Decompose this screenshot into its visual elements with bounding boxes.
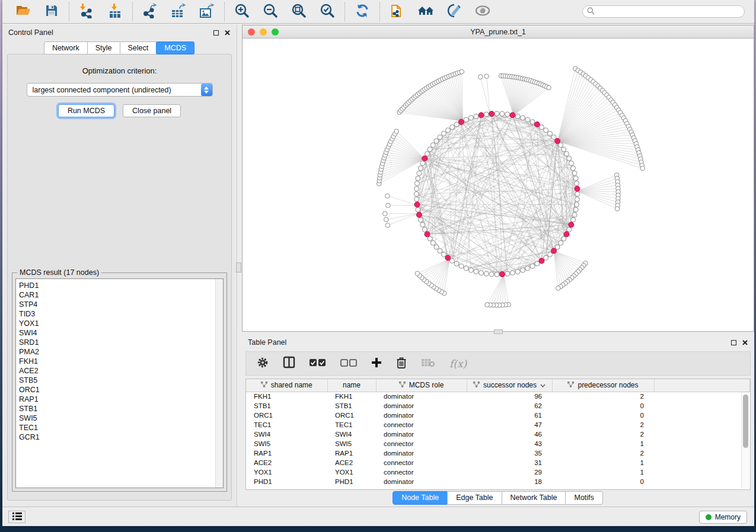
import-table-button[interactable] [106,3,124,21]
table-row[interactable]: ORC1ORC1dominator610 [246,411,750,420]
ring-node[interactable] [567,156,572,161]
open-session-button[interactable] [14,3,32,21]
mcds-node[interactable] [564,232,569,237]
table-cell[interactable]: dominator [376,401,467,411]
mcds-result-item[interactable]: ACE2 [19,366,223,376]
table-cell[interactable]: connector [376,458,467,467]
table-row[interactable]: YOX1YOX1connector291 [246,467,750,477]
table-cell[interactable]: SWI5 [327,439,376,448]
mcds-node[interactable] [539,258,544,264]
leaf-node[interactable] [386,203,391,208]
ring-node[interactable] [544,128,548,133]
ring-node[interactable] [573,176,578,181]
export-image-button[interactable] [198,3,216,21]
ring-node[interactable] [464,266,468,271]
mcds-result-item[interactable]: FKH1 [19,357,223,366]
table-cell[interactable]: 0 [552,477,654,486]
mcds-node[interactable] [416,212,422,217]
ring-node[interactable] [515,270,520,274]
zoom-fit-button[interactable] [290,3,308,21]
leaf-node[interactable] [382,211,387,216]
table-cell[interactable]: ORC1 [327,411,376,420]
ring-node[interactable] [505,271,510,276]
table-cell[interactable]: connector [376,467,467,477]
ring-node[interactable] [530,264,535,268]
mcds-node[interactable] [534,121,540,127]
table-cell[interactable]: 18 [467,477,552,486]
table-cell[interactable]: 47 [467,420,552,430]
table-cell[interactable]: TEC1 [327,420,376,430]
cytoscape-home-button[interactable] [417,3,435,21]
mcds-node[interactable] [575,186,580,191]
table-cell[interactable]: 46 [467,430,552,439]
ring-node[interactable] [418,166,423,171]
ring-node[interactable] [530,120,535,124]
refresh-button[interactable] [353,3,371,21]
ring-node[interactable] [438,134,442,139]
ring-node[interactable] [575,202,579,207]
table-row[interactable]: STB1STB1dominator620 [246,401,750,411]
ring-node[interactable] [539,125,544,130]
zoom-in-button[interactable] [233,3,251,21]
table-cell[interactable]: SWI4 [246,430,327,439]
table-cell[interactable]: 0 [552,411,654,420]
ring-node[interactable] [572,171,577,175]
ring-node[interactable] [428,236,432,241]
ring-node[interactable] [414,181,419,186]
table-cell[interactable]: dominator [376,477,467,486]
close-window-icon[interactable] [248,28,255,36]
table-cell[interactable]: connector [376,420,467,430]
ring-node[interactable] [571,217,576,222]
export-table-button[interactable] [170,3,187,21]
mcds-result-item[interactable]: TID3 [19,309,223,319]
ring-node[interactable] [535,261,540,266]
ring-node[interactable] [428,147,432,152]
ring-node[interactable] [573,207,578,212]
ring-node[interactable] [562,147,566,152]
table-cell[interactable]: 35 [467,448,552,458]
mcds-result-item[interactable]: SWI5 [19,414,223,423]
ring-node[interactable] [548,131,553,136]
zoom-out-button[interactable] [261,3,279,21]
create-column-button[interactable] [371,357,382,370]
ring-node[interactable] [425,152,429,156]
leaf-node[interactable] [385,223,390,227]
save-session-button[interactable] [43,3,60,21]
close-table-panel-icon[interactable]: ✕ [742,340,748,345]
table-cell[interactable]: 1 [552,458,654,467]
ring-node[interactable] [417,171,422,175]
table-cell[interactable]: STB1 [246,401,327,411]
table-cell[interactable]: connector [376,439,467,448]
ring-node[interactable] [575,197,579,201]
table-row[interactable]: SWI4SWI4dominator462 [246,430,750,439]
ring-node[interactable] [495,111,499,116]
ring-node[interactable] [445,128,450,133]
ring-node[interactable] [414,197,419,201]
ring-node[interactable] [414,187,419,191]
mcds-result-item[interactable]: PHD1 [19,281,223,290]
tab-motifs[interactable]: Motifs [565,491,602,505]
ring-node[interactable] [515,114,520,118]
ring-node[interactable] [430,143,435,148]
table-cell[interactable]: 2 [552,430,654,439]
ring-node[interactable] [422,227,427,232]
annotation-pen-button[interactable] [445,3,463,21]
ring-node[interactable] [468,116,473,120]
table-cell[interactable]: dominator [376,392,467,401]
column-visibility-button[interactable] [283,356,295,371]
ring-node[interactable] [559,241,563,245]
ring-node[interactable] [420,222,425,227]
ring-node[interactable] [459,264,464,268]
table-cell[interactable]: RAP1 [246,448,327,458]
horizontal-splitter-grip[interactable] [494,329,503,334]
ring-node[interactable] [510,271,515,275]
leaf-node[interactable] [394,129,399,134]
mcds-result-item[interactable]: STP4 [19,300,223,309]
ring-node[interactable] [450,125,455,130]
ring-node[interactable] [525,266,530,271]
table-cell[interactable]: dominator [376,430,467,439]
mcds-node[interactable] [425,232,430,237]
mcds-result-item[interactable]: SRD1 [19,338,223,347]
table-cell[interactable]: FKH1 [327,392,376,401]
run-mcds-button[interactable]: Run MCDS [58,104,114,117]
